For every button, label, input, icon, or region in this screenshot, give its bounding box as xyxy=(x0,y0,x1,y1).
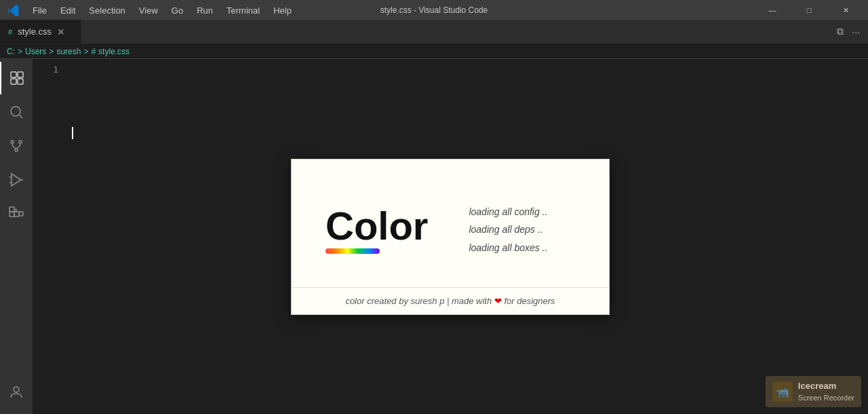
splash-logo-text: Color xyxy=(326,206,428,246)
splash-screen: Color loading all config .. loading all … xyxy=(291,159,610,315)
minimize-button[interactable]: — xyxy=(757,0,788,20)
tab-bar: # style.css ✕ ⧉ ··· xyxy=(0,20,868,44)
svg-rect-1 xyxy=(18,72,23,77)
svg-rect-15 xyxy=(9,207,14,212)
splash-logo-underline xyxy=(326,248,380,254)
splash-main-content: Color loading all config .. loading all … xyxy=(292,159,609,287)
titlebar-left: File Edit Selection View Go Run Terminal… xyxy=(7,4,297,17)
menu-selection[interactable]: Selection xyxy=(83,4,130,17)
activity-debug[interactable] xyxy=(0,164,33,196)
watermark-text: Icecream Screen Recorder xyxy=(798,380,854,403)
breadcrumb-hash: # xyxy=(91,47,96,56)
menu-edit[interactable]: Edit xyxy=(55,4,81,17)
tab-filename: style.css xyxy=(18,26,52,37)
main-layout: 1 Color loading all config .. loading al… xyxy=(0,59,868,414)
watermark-subtitle: Screen Recorder xyxy=(798,393,854,403)
svg-rect-3 xyxy=(18,79,23,84)
menu-run[interactable]: Run xyxy=(191,4,218,17)
window-controls: — □ ✕ xyxy=(757,0,861,20)
editor-area[interactable]: 1 Color loading all config .. loading al… xyxy=(33,59,868,414)
breadcrumb-file[interactable]: style.css xyxy=(98,47,130,56)
svg-rect-13 xyxy=(9,212,14,217)
menu-view[interactable]: View xyxy=(134,4,163,17)
activity-search[interactable] xyxy=(0,96,33,128)
menu-file[interactable]: File xyxy=(27,4,52,17)
loading-line-2: loading all deps .. xyxy=(469,221,547,239)
activity-source-control[interactable] xyxy=(0,130,33,162)
svg-rect-14 xyxy=(14,212,19,217)
activity-extensions[interactable] xyxy=(0,197,33,230)
heart-icon: ❤ xyxy=(494,296,502,306)
splash-logo-area: Color xyxy=(326,206,428,254)
breadcrumb: C: > Users > suresh > # style.css xyxy=(0,44,868,59)
close-button[interactable]: ✕ xyxy=(830,0,861,20)
watermark-brand: Icecream xyxy=(798,380,854,392)
breadcrumb-users[interactable]: Users xyxy=(25,47,46,56)
loading-line-3: loading all boxes .. xyxy=(469,239,547,257)
svg-point-6 xyxy=(11,140,14,143)
svg-point-4 xyxy=(11,107,20,116)
window-title: style.css - Visual Studio Code xyxy=(380,5,488,15)
titlebar: File Edit Selection View Go Run Terminal… xyxy=(0,0,868,20)
tabbar-actions: ⧉ ··· xyxy=(834,20,868,43)
svg-point-7 xyxy=(19,140,22,143)
menu-terminal[interactable]: Terminal xyxy=(221,4,265,17)
menu-go[interactable]: Go xyxy=(166,4,189,17)
tab-file-icon: # xyxy=(8,28,12,36)
breadcrumb-suresh[interactable]: suresh xyxy=(56,47,81,56)
svg-marker-9 xyxy=(12,174,21,186)
splash-footer: color created by suresh p | made with ❤ … xyxy=(292,287,609,314)
line-number-1: 1 xyxy=(53,63,58,77)
tab-close-button[interactable]: ✕ xyxy=(57,26,65,37)
splash-loading-text: loading all config .. loading all deps .… xyxy=(469,203,547,257)
breadcrumb-sep-2: > xyxy=(49,47,54,56)
breadcrumb-drive[interactable]: C: xyxy=(7,47,15,56)
svg-rect-0 xyxy=(11,72,16,77)
svg-rect-2 xyxy=(11,79,16,84)
svg-rect-16 xyxy=(19,212,23,216)
watermark-icon: 📹 xyxy=(772,381,793,402)
split-editor-icon[interactable]: ⧉ xyxy=(834,23,846,40)
loading-line-1: loading all config .. xyxy=(469,203,547,221)
svg-point-8 xyxy=(15,149,18,151)
maximize-button[interactable]: □ xyxy=(793,0,825,20)
breadcrumb-sep-1: > xyxy=(18,47,22,56)
menu-bar: File Edit Selection View Go Run Terminal… xyxy=(27,4,297,17)
watermark: 📹 Icecream Screen Recorder xyxy=(766,376,861,407)
breadcrumb-sep-3: > xyxy=(83,47,88,56)
activity-bar xyxy=(0,59,33,414)
activity-accounts[interactable] xyxy=(0,376,33,409)
editor-cursor xyxy=(72,127,73,139)
activity-explorer[interactable] xyxy=(0,62,33,94)
svg-point-17 xyxy=(14,387,19,392)
vscode-logo-icon xyxy=(7,4,19,16)
svg-line-5 xyxy=(20,115,23,119)
tab-style-css[interactable]: # style.css ✕ xyxy=(0,20,81,43)
menu-help[interactable]: Help xyxy=(268,4,297,17)
more-actions-icon[interactable]: ··· xyxy=(849,24,863,40)
line-numbers: 1 xyxy=(33,59,66,414)
